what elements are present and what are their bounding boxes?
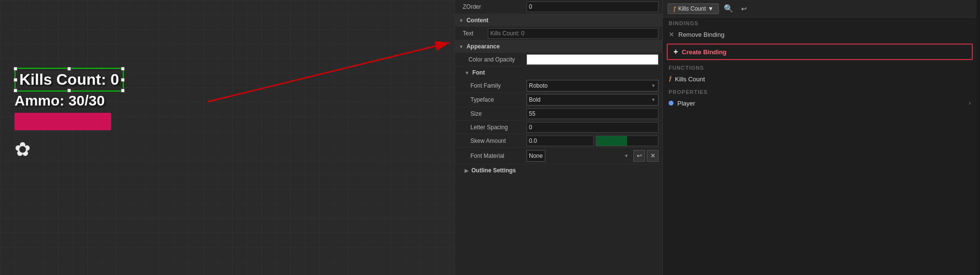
typeface-row: Typeface Bold Regular Italic — [455, 93, 662, 107]
zorder-row: ZOrder — [455, 0, 662, 14]
player-item[interactable]: Player › — [663, 96, 977, 110]
anchor-dot-bl — [14, 89, 17, 92]
health-bar — [15, 113, 111, 130]
font-material-row: Font Material None ↩ ✕ — [455, 148, 662, 164]
font-family-select[interactable]: Roboto Arial Helvetica — [527, 80, 658, 92]
skew-amount-row: Skew Amount — [455, 134, 662, 148]
zorder-label: ZOrder — [459, 3, 527, 10]
functions-label: FUNCTIONS — [663, 62, 977, 72]
font-section-header[interactable]: ▼ Font — [455, 66, 662, 79]
properties-panel: ZOrder ▼ Content Text ▼ Appearance Color… — [454, 0, 662, 275]
search-button[interactable]: 🔍 — [721, 3, 736, 14]
anchor-dot-ml — [14, 78, 17, 82]
size-row: Size — [455, 107, 662, 121]
hud-element: Kills Count: 0 Ammo: 30/30 ✿ — [15, 68, 124, 160]
typeface-select[interactable]: Bold Regular Italic — [527, 94, 658, 106]
player-label: Player — [677, 100, 965, 107]
letter-spacing-input[interactable] — [527, 122, 658, 133]
color-opacity-row: Color and Opacity — [455, 53, 662, 66]
anchor-dot-br — [121, 89, 125, 92]
color-opacity-label: Color and Opacity — [459, 56, 527, 63]
zorder-input[interactable] — [527, 1, 658, 12]
kills-count-func-btn[interactable]: ƒ Kills Count ▼ — [668, 3, 719, 14]
anchor-dot-tl — [14, 67, 17, 71]
text-field-row: Text — [455, 27, 662, 40]
snowflake-icon: ✿ — [15, 138, 124, 160]
outline-settings-header[interactable]: ▶ Outline Settings — [455, 164, 662, 177]
create-binding-btn[interactable]: + Create Binding — [667, 44, 973, 60]
font-material-controls: None ↩ ✕ — [527, 150, 658, 162]
letter-spacing-label: Letter Spacing — [459, 124, 527, 131]
outline-triangle: ▶ — [465, 168, 468, 173]
size-label: Size — [459, 110, 527, 117]
kills-count-function-label: Kills Count — [675, 76, 705, 83]
content-label: Content — [467, 17, 488, 24]
create-binding-plus-icon: + — [673, 47, 678, 56]
font-family-label: Font Family — [459, 82, 527, 89]
anchor-dot-tm — [67, 67, 71, 71]
font-material-label: Font Material — [459, 153, 527, 159]
font-material-browse-btn[interactable]: ↩ — [633, 150, 645, 162]
text-label: Text — [459, 30, 488, 37]
letter-spacing-row: Letter Spacing — [455, 121, 662, 134]
svg-line-1 — [208, 43, 450, 102]
dropdown-arrow: ▼ — [708, 5, 714, 12]
skew-amount-input[interactable] — [527, 136, 594, 146]
func-icon: ƒ — [673, 5, 676, 12]
remove-binding-item[interactable]: ✕ Remove Binding — [663, 27, 977, 42]
kills-count-btn-label: Kills Count — [678, 5, 706, 12]
player-expand-arrow: › — [969, 100, 971, 107]
create-binding-label: Create Binding — [682, 48, 726, 56]
font-material-select[interactable]: None — [527, 150, 545, 162]
kills-count-function-item[interactable]: ƒ Kills Count — [663, 72, 977, 86]
bindings-panel: ƒ Kills Count ▼ 🔍 ↩ BINDINGS ✕ Remove Bi… — [662, 0, 977, 275]
color-white-box[interactable] — [527, 54, 658, 65]
anchor-dot-tr — [121, 67, 125, 71]
appearance-label: Appearance — [467, 43, 500, 50]
ammo-text: Ammo: 30/30 — [15, 92, 124, 109]
properties-section-label: PROPERTIES — [663, 86, 977, 96]
anchor-dot-bm — [67, 89, 71, 92]
kills-count-text: Kills Count: 0 — [19, 71, 119, 88]
font-material-clear-btn[interactable]: ✕ — [647, 150, 658, 162]
kills-count-box[interactable]: Kills Count: 0 — [15, 68, 124, 92]
content-section-header[interactable]: ▼ Content — [455, 14, 662, 27]
bindings-toolbar: ƒ Kills Count ▼ 🔍 ↩ — [663, 0, 977, 17]
bindings-section-label: BINDINGS — [663, 17, 977, 27]
typeface-label: Typeface — [459, 96, 527, 103]
skew-amount-label: Skew Amount — [459, 138, 527, 144]
appearance-triangle: ▼ — [459, 44, 464, 49]
appearance-section-header[interactable]: ▼ Appearance — [455, 40, 662, 53]
outline-settings-label: Outline Settings — [471, 167, 516, 174]
size-input[interactable] — [527, 108, 658, 119]
font-triangle: ▼ — [465, 70, 469, 76]
kills-count-func-f-icon: ƒ — [669, 75, 672, 83]
back-button[interactable]: ↩ — [738, 4, 750, 14]
remove-binding-label: Remove Binding — [678, 31, 724, 38]
canvas-area: Kills Count: 0 Ammo: 30/30 ✿ — [0, 0, 454, 275]
content-triangle: ▼ — [459, 18, 464, 23]
font-family-row: Font Family Roboto Arial Helvetica — [455, 79, 662, 93]
anchor-dot-mr — [121, 78, 125, 82]
text-input[interactable] — [488, 28, 658, 39]
font-label: Font — [472, 69, 485, 76]
remove-binding-icon: ✕ — [669, 31, 674, 38]
player-dot-icon — [669, 101, 673, 106]
